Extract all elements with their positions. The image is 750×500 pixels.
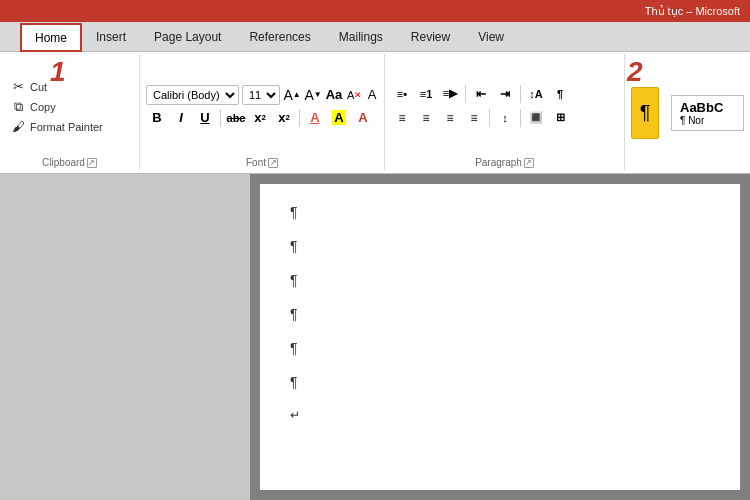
text-effects-button[interactable]: A: [366, 86, 378, 104]
pilcrow-4: ¶: [290, 306, 710, 322]
subscript-button[interactable]: x2: [249, 107, 271, 129]
font-format-row: B I U abc x2 x2 A A A: [146, 107, 378, 129]
ribbon: 1 ✂ Cut ⧉ Copy 🖌 Format Painter Clipboar…: [0, 52, 750, 174]
font-expand-icon[interactable]: ↗: [268, 158, 278, 168]
tab-review[interactable]: Review: [397, 22, 464, 51]
font-label: Font: [246, 157, 266, 168]
cut-icon: ✂: [10, 79, 26, 95]
format-sep-2: [299, 109, 300, 127]
document-page[interactable]: ¶ ¶ ¶ ¶ ¶ ¶ ↵: [260, 184, 740, 490]
clipboard-content: ✂ Cut ⧉ Copy 🖌 Format Painter: [6, 56, 133, 157]
pilcrow-3: ¶: [290, 272, 710, 288]
tab-home[interactable]: Home: [20, 23, 82, 52]
clipboard-footer: Clipboard ↗: [6, 157, 133, 169]
sidebar-panel: [0, 174, 250, 500]
styles-content: AaBbC ¶ Nor: [671, 56, 744, 169]
title-bar: Thủ tục – Microsoft: [0, 0, 750, 22]
copy-label: Copy: [30, 101, 56, 113]
para-sep-1: [465, 85, 466, 103]
main-area: ¶ ¶ ¶ ¶ ¶ ¶ ↵: [0, 174, 750, 500]
copy-icon: ⧉: [10, 99, 26, 115]
shading-button[interactable]: 🔳: [525, 107, 547, 129]
para-align-row: ≡ ≡ ≡ ≡ ↕ 🔳 ⊞: [391, 107, 618, 129]
number-list-button[interactable]: ≡1: [415, 83, 437, 105]
styles-group: AaBbC ¶ Nor: [665, 54, 750, 171]
para-sep-2: [520, 85, 521, 103]
bullet-list-button[interactable]: ≡•: [391, 83, 413, 105]
cut-label: Cut: [30, 81, 47, 93]
change-case-button[interactable]: Aa: [325, 86, 343, 104]
cut-button[interactable]: ✂ Cut: [6, 78, 133, 96]
para-list-row: ≡• ≡1 ≡▶ ⇤ ⇥ ↕A ¶: [391, 83, 618, 105]
line-spacing-button[interactable]: ↕: [494, 107, 516, 129]
show-formatting-button[interactable]: ¶: [631, 87, 659, 139]
ribbon-tabs: Home Insert Page Layout References Maili…: [0, 22, 750, 52]
shrink-font-button[interactable]: A▼: [304, 86, 322, 104]
grow-font-button[interactable]: A▲: [283, 86, 301, 104]
format-painter-label: Format Painter: [30, 121, 103, 133]
tab-mailings[interactable]: Mailings: [325, 22, 397, 51]
show-para-marks-button: ¶: [549, 83, 571, 105]
sort-button[interactable]: ↕A: [525, 83, 547, 105]
pilcrow-area: 2 ¶: [625, 54, 665, 171]
normal-style-label: ¶ Nor: [680, 115, 735, 126]
para-content: ≡• ≡1 ≡▶ ⇤ ⇥ ↕A ¶ ≡ ≡ ≡ ≡ ↕: [391, 56, 618, 157]
format-painter-button[interactable]: 🖌 Format Painter: [6, 118, 133, 136]
clipboard-expand-icon[interactable]: ↗: [87, 158, 97, 168]
pilcrow-2: ¶: [290, 238, 710, 254]
multilevel-list-button[interactable]: ≡▶: [439, 83, 461, 105]
pilcrow-6: ¶: [290, 374, 710, 390]
font-content: Calibri (Body) 11 A▲ A▼ Aa A✕ A B I U: [146, 56, 378, 157]
para-sep-3: [489, 109, 490, 127]
copy-button[interactable]: ⧉ Copy: [6, 98, 133, 116]
clipboard-label: Clipboard: [42, 157, 85, 168]
tab-file[interactable]: [0, 22, 20, 51]
clear-format-button[interactable]: A✕: [346, 86, 363, 104]
tab-insert[interactable]: Insert: [82, 22, 140, 51]
text-highlight-color-button[interactable]: A: [328, 107, 350, 129]
align-right-button[interactable]: ≡: [439, 107, 461, 129]
para-sep-4: [520, 109, 521, 127]
align-center-button[interactable]: ≡: [415, 107, 437, 129]
document-area: ¶ ¶ ¶ ¶ ¶ ¶ ↵: [250, 174, 750, 500]
text-highlight-button[interactable]: A: [304, 107, 326, 129]
underline-button[interactable]: U: [194, 107, 216, 129]
font-group: Calibri (Body) 11 A▲ A▼ Aa A✕ A B I U: [140, 54, 385, 171]
font-size-select[interactable]: 11: [242, 85, 280, 105]
tab-references[interactable]: References: [235, 22, 324, 51]
pilcrow-7: ↵: [290, 408, 710, 422]
ribbon-groups: 1 ✂ Cut ⧉ Copy 🖌 Format Painter Clipboar…: [0, 52, 750, 173]
superscript-button[interactable]: x2: [273, 107, 295, 129]
tab-view[interactable]: View: [464, 22, 518, 51]
format-sep-1: [220, 109, 221, 127]
pilcrow-1: ¶: [290, 204, 710, 220]
para-expand-icon[interactable]: ↗: [524, 158, 534, 168]
increase-indent-button[interactable]: ⇥: [494, 83, 516, 105]
bold-button[interactable]: B: [146, 107, 168, 129]
pilcrow-5: ¶: [290, 340, 710, 356]
clipboard-group: 1 ✂ Cut ⧉ Copy 🖌 Format Painter Clipboar…: [0, 54, 140, 171]
badge-2: 2: [627, 56, 643, 88]
para-label: Paragraph: [475, 157, 522, 168]
normal-style-button[interactable]: AaBbC ¶ Nor: [671, 95, 744, 131]
align-left-button[interactable]: ≡: [391, 107, 413, 129]
font-color-button[interactable]: A: [352, 107, 374, 129]
para-footer: Paragraph ↗: [391, 157, 618, 169]
format-painter-icon: 🖌: [10, 119, 26, 135]
strikethrough-button[interactable]: abc: [225, 107, 247, 129]
decrease-indent-button[interactable]: ⇤: [470, 83, 492, 105]
italic-button[interactable]: I: [170, 107, 192, 129]
font-name-select[interactable]: Calibri (Body): [146, 85, 239, 105]
font-name-row: Calibri (Body) 11 A▲ A▼ Aa A✕ A: [146, 85, 378, 105]
tab-page-layout[interactable]: Page Layout: [140, 22, 235, 51]
borders-button[interactable]: ⊞: [549, 107, 571, 129]
paragraph-group: ≡• ≡1 ≡▶ ⇤ ⇥ ↕A ¶ ≡ ≡ ≡ ≡ ↕: [385, 54, 625, 171]
align-justify-button[interactable]: ≡: [463, 107, 485, 129]
font-footer: Font ↗: [146, 157, 378, 169]
badge-1: 1: [50, 56, 66, 88]
title-text: Thủ tục – Microsoft: [645, 5, 740, 18]
